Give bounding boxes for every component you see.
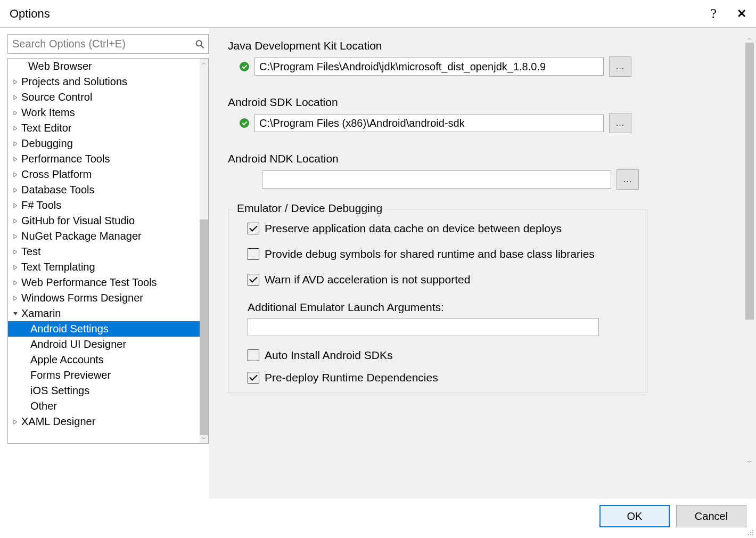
ndk-input[interactable] — [262, 170, 611, 189]
tree-item-label: iOS Settings — [30, 385, 89, 397]
tree-item[interactable]: NuGet Package Manager — [8, 229, 200, 244]
jdk-label: Java Development Kit Location — [228, 39, 647, 52]
autoinstall-checkbox-row[interactable]: Auto Install Android SDKs — [248, 349, 638, 362]
tree-item-label: Xamarin — [21, 307, 61, 320]
chevron-right-icon[interactable] — [11, 186, 19, 194]
content-scrollbar[interactable]: ︿ ﹀ — [745, 34, 754, 467]
svg-point-2 — [752, 532, 753, 533]
chevron-right-icon[interactable] — [11, 201, 19, 209]
tree-item-label: NuGet Package Manager — [21, 230, 142, 242]
chevron-right-icon[interactable] — [11, 109, 19, 117]
svg-point-4 — [750, 534, 751, 535]
search-input[interactable] — [7, 34, 209, 54]
chevron-right-icon[interactable] — [11, 294, 19, 302]
checkbox-icon[interactable] — [248, 223, 259, 234]
tree-item[interactable]: Apple Accounts — [8, 352, 200, 368]
scroll-up-icon[interactable]: ︿ — [745, 34, 754, 43]
tree-item[interactable]: Cross Platform — [8, 167, 200, 182]
browse-ndk-button[interactable]: ... — [617, 169, 639, 190]
cancel-button[interactable]: Cancel — [676, 505, 746, 527]
tree-scroll-thumb[interactable] — [200, 219, 208, 435]
ok-button[interactable]: OK — [599, 505, 670, 527]
browse-sdk-button[interactable]: ... — [609, 113, 631, 133]
tree-item-label: Projects and Solutions — [21, 76, 127, 88]
tree-scrollbar[interactable]: ︿ ﹀ — [200, 59, 208, 443]
chevron-right-icon[interactable] — [11, 232, 19, 240]
symbols-label: Provide debug symbols for shared runtime… — [265, 248, 595, 260]
tree-item[interactable]: F# Tools — [8, 198, 200, 213]
predeploy-checkbox-row[interactable]: Pre-deploy Runtime Dependencies — [248, 371, 638, 384]
symbols-checkbox-row[interactable]: Provide debug symbols for shared runtime… — [248, 248, 638, 260]
tree-item-label: Test — [21, 246, 41, 258]
tree-item[interactable]: GitHub for Visual Studio — [8, 213, 200, 229]
scroll-down-icon[interactable]: ﹀ — [745, 458, 754, 467]
content-panel: Java Development Kit Location ... Androi… — [209, 28, 756, 499]
checkbox-icon[interactable] — [248, 372, 259, 384]
content-scroll-thumb[interactable] — [745, 43, 754, 320]
preserve-checkbox-row[interactable]: Preserve application data cache on devic… — [248, 222, 638, 235]
tree-item-label: Web Browser — [28, 60, 92, 72]
tree-item[interactable]: Source Control — [8, 89, 200, 105]
close-icon[interactable]: ✕ — [737, 7, 746, 21]
tree-item-label: Performance Tools — [21, 153, 110, 165]
scroll-up-icon[interactable]: ︿ — [200, 59, 208, 67]
tree-item[interactable]: Debugging — [8, 136, 200, 151]
tree-item-label: Source Control — [21, 91, 92, 103]
help-icon[interactable]: ? — [710, 6, 717, 22]
chevron-right-icon[interactable] — [11, 170, 19, 178]
checkbox-icon[interactable] — [248, 349, 259, 361]
chevron-down-icon[interactable] — [11, 309, 19, 317]
tree-item[interactable]: Windows Forms Designer — [8, 290, 200, 306]
groupbox-title: Emulator / Device Debugging — [234, 202, 385, 215]
tree-item[interactable]: Web Performance Test Tools — [8, 275, 200, 290]
browse-jdk-button[interactable]: ... — [609, 56, 631, 77]
tree-item[interactable]: XAML Designer — [8, 414, 200, 429]
check-icon — [240, 118, 249, 128]
sdk-label: Android SDK Location — [228, 96, 647, 109]
scroll-down-icon[interactable]: ﹀ — [200, 435, 208, 443]
args-input[interactable] — [248, 318, 599, 336]
tree-item-label: Database Tools — [21, 184, 95, 196]
svg-point-0 — [752, 530, 753, 531]
tree-item[interactable]: Android UI Designer — [8, 337, 200, 352]
resize-grip-icon[interactable] — [746, 528, 754, 536]
tree-item[interactable]: Android Settings — [8, 321, 200, 337]
chevron-right-icon[interactable] — [11, 263, 19, 271]
tree-item[interactable]: Database Tools — [8, 182, 200, 198]
tree-item[interactable]: Web Browser — [8, 59, 200, 74]
chevron-right-icon[interactable] — [11, 124, 19, 132]
chevron-right-icon[interactable] — [11, 248, 19, 256]
tree-item[interactable]: Test — [8, 244, 200, 259]
chevron-right-icon[interactable] — [11, 140, 19, 148]
tree-item-label: Android Settings — [30, 323, 109, 335]
tree-item[interactable]: Forms Previewer — [8, 368, 200, 383]
predeploy-label: Pre-deploy Runtime Dependencies — [265, 371, 438, 384]
options-tree: Web BrowserProjects and SolutionsSource … — [7, 58, 209, 444]
tree-item[interactable]: Text Editor — [8, 120, 200, 136]
svg-point-3 — [748, 534, 749, 535]
tree-item-label: Work Items — [21, 107, 75, 119]
checkbox-icon[interactable] — [248, 248, 259, 260]
chevron-right-icon[interactable] — [11, 418, 19, 426]
tree-item[interactable]: Text Templating — [8, 259, 200, 275]
jdk-input[interactable] — [254, 58, 604, 76]
warn-checkbox-row[interactable]: Warn if AVD acceleration is not supporte… — [248, 273, 638, 286]
checkbox-icon[interactable] — [248, 274, 259, 286]
tree-item-label: Cross Platform — [21, 168, 92, 181]
chevron-right-icon[interactable] — [11, 155, 19, 163]
chevron-right-icon[interactable] — [11, 217, 19, 225]
tree-item[interactable]: Xamarin — [8, 306, 200, 321]
tree-item[interactable]: Other — [8, 398, 200, 414]
chevron-right-icon[interactable] — [11, 279, 19, 287]
tree-item-label: Text Editor — [21, 122, 71, 134]
tree-item[interactable]: Projects and Solutions — [8, 74, 200, 89]
svg-point-1 — [750, 532, 751, 533]
chevron-right-icon[interactable] — [11, 93, 19, 101]
tree-item-label: Other — [30, 400, 57, 412]
tree-item[interactable]: Work Items — [8, 105, 200, 120]
sdk-input[interactable] — [254, 114, 604, 132]
chevron-right-icon[interactable] — [11, 78, 19, 86]
tree-item[interactable]: iOS Settings — [8, 383, 200, 398]
tree-item-label: XAML Designer — [21, 415, 95, 428]
tree-item[interactable]: Performance Tools — [8, 151, 200, 167]
